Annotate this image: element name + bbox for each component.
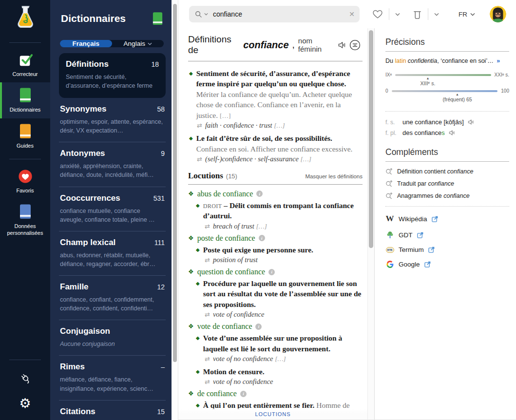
locution-phrase[interactable]: ❖poste de confiancei [188,234,363,243]
sidebar-item-champ-lexical[interactable]: Champ lexical111 abus, redonner, rétabli… [59,231,166,276]
more-link[interactable]: […] [301,155,312,163]
info-icon[interactable]: i [256,191,263,197]
rail-item-favoris[interactable]: Favoris [0,164,50,199]
translation-line: ⇄vote of confidence [205,310,363,319]
search-icon [195,11,202,18]
locution-sense: ◆Procédure par laquelle un gouvernement … [196,278,363,309]
sidebar-item-definitions[interactable]: Définitions 18 Sentiment de sécurité, d’… [59,53,166,98]
search-options-chevron-icon[interactable] [204,13,208,16]
external-link-wikipedia[interactable]: W Wikipédia [385,214,509,224]
scale-left-label: 0 [385,88,388,94]
section-label: Rimes [60,362,85,372]
locution-phrase[interactable]: ❖question de confiancei [188,267,363,276]
antidote-logo[interactable] [0,0,50,38]
more-link[interactable]: […] [220,112,231,119]
favorites-menu-button[interactable] [395,13,400,16]
sidebar-item-conjugaison[interactable]: Conjugaison Aucune conjugaison [59,320,166,356]
locution-phrase[interactable]: ❖de confiancei [188,389,363,398]
translation-arrow-icon: ⇄ [205,378,210,385]
section-count: 9 [161,150,165,157]
rail-item-correcteur[interactable]: Correcteur [0,48,50,82]
sidebar-item-citations[interactable]: Citations15 … suppose en ce poste comme … [59,401,166,420]
sidebar-scrollbar-thumb[interactable] [173,4,177,362]
blue-book-icon [19,204,32,219]
locutions-footer[interactable]: LOCUTIONS [178,408,367,420]
search-input[interactable] [213,10,347,18]
section-count: 531 [153,194,165,202]
more-link[interactable]: […] [256,223,267,230]
sidebar-item-synonymes[interactable]: Synonymes58 optimisme, espoir, attente, … [59,98,166,142]
sidebar-item-cooccurrences[interactable]: Cooccurrences531 confiance mutuelle, con… [59,187,166,231]
settings-button[interactable]: ⚙ [0,391,50,420]
pronounce-icon[interactable] [338,41,346,49]
entry-title: Définitions de confiance, nom féminin [188,31,363,56]
tab-anglais[interactable]: Anglais [112,40,164,47]
avatar-image [490,6,506,22]
locutions-header: Locutions (15) Masquer les définitions [188,171,363,181]
more-link[interactable]: […] [275,355,286,363]
wikipedia-icon: W [385,214,394,224]
section-count: 58 [157,105,165,113]
dash: – [224,201,229,210]
language-code: FR [459,11,467,18]
main-scrollbar[interactable] [367,28,374,420]
rail-item-donnees-personnalisees[interactable]: Données personnalisées [0,199,50,242]
info-icon[interactable]: i [255,324,262,330]
search-definition-contains[interactable]: Définition contient confiance [385,168,509,175]
locution-phrase[interactable]: ❖vote de confiancei [188,322,363,331]
app-window: Correcteur Dictionnaires Guides [0,0,516,420]
translation-arrow-icon: ⇄ [205,311,210,318]
century-bar [395,74,491,76]
plugins-button[interactable] [0,365,50,391]
delete-menu-button[interactable] [434,13,439,16]
sidebar-item-rimes[interactable]: Rimes– méfiance, défiance, fiance, insig… [59,356,166,400]
locution-sense: ◆Motion de censure. [196,366,363,377]
hide-definitions-link[interactable]: Masquer les définitions [305,173,363,179]
pronounce-icon[interactable] [468,119,474,125]
dotted-divider [385,206,509,207]
user-avatar[interactable] [490,6,506,22]
precisions-heading: Précisions [385,37,509,52]
more-link[interactable]: […] [274,122,285,129]
translation-line: ⇄breach of trust […] [205,222,363,230]
display-options-icon[interactable] [349,39,361,51]
trash-icon [413,9,422,19]
pronounce-icon[interactable] [449,130,455,135]
search-anagrams[interactable]: Anagrammes de confiance [385,192,509,199]
translation-line: ⇄vote of no confidence [205,378,363,386]
locution-text: vote de confiance [197,322,252,331]
sense-text: Procédure par laquelle un gouvernement l… [203,279,362,308]
section-label: Conjugaison [60,326,110,336]
section-count: 15 [157,408,165,416]
search-box[interactable]: ✕ [189,6,360,22]
info-icon[interactable]: i [259,235,265,241]
clear-search-icon[interactable]: ✕ [349,10,355,18]
translation-text: faith · confidence · trust [205,121,272,129]
etym-more-link[interactable]: » [497,57,500,64]
info-icon[interactable]: i [240,391,247,397]
etym-prefix: Du [385,57,395,64]
favorite-button[interactable] [372,9,383,19]
translation-text: vote of confidence [213,310,264,318]
sidebar-item-antonymes[interactable]: Antonymes9 anxiété, appréhension, craint… [59,142,166,187]
language-selector[interactable]: FR [459,11,475,18]
rail-item-dictionnaires[interactable]: Dictionnaires [0,82,50,118]
toolbar-divider [428,8,428,20]
external-link-termium[interactable]: BTB Termium [385,246,509,253]
external-link-google[interactable]: Google [385,261,509,268]
info-icon[interactable]: i [268,269,275,275]
rail-item-label: Guides [17,142,34,149]
main-scrollbar-thumb[interactable] [369,30,373,248]
sense-bullet: ◆ [196,200,200,221]
delete-button[interactable] [413,9,422,19]
sidebar-scrollbar[interactable] [172,0,178,420]
sidebar-item-famille[interactable]: Famille12 confiance, confiant, confidemm… [59,276,166,320]
search-translated-by[interactable]: Traduit par confiance [385,180,509,187]
rail-item-guides[interactable]: Guides [0,118,50,154]
locution-phrase[interactable]: ❖abus de confiancei [188,190,363,198]
section-label: Cooccurrences [60,193,120,203]
tab-francais[interactable]: Français [60,40,112,47]
dictionaries-sidebar: Dictionnaires Français Anglais Définitio… [50,0,172,420]
external-link-gdt[interactable]: GDT [385,231,509,239]
translation-line: ⇄vote of no confidence […] [205,355,363,363]
